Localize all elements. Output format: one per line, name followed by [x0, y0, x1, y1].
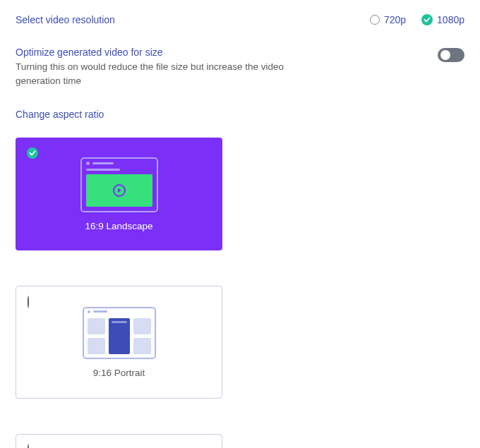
resolution-option-1080p[interactable]: 1080p — [421, 14, 464, 25]
resolution-option-720p[interactable]: 720p — [370, 14, 406, 25]
radio-unchecked-icon — [370, 15, 380, 25]
portrait-illustration — [83, 307, 156, 359]
resolution-option-label: 720p — [384, 14, 406, 25]
card-unselected-indicator — [28, 444, 29, 448]
aspect-card-portrait[interactable]: 9:16 Portrait — [16, 286, 222, 399]
aspect-card-square[interactable]: 1:1 Square — [16, 434, 222, 448]
landscape-illustration — [80, 157, 158, 212]
check-icon — [27, 147, 38, 159]
optimize-toggle[interactable] — [438, 48, 464, 62]
aspect-ratio-label: Change aspect ratio — [16, 109, 464, 120]
aspect-card-label: 16:9 Landscape — [85, 221, 152, 231]
resolution-options: 720p 1080p — [370, 14, 464, 25]
aspect-ratio-cards: 16:9 Landscape 9:16 Portrait 1:1 Squa — [16, 138, 464, 448]
card-selected-indicator — [27, 147, 38, 159]
radio-unchecked-icon — [28, 296, 29, 308]
play-icon — [113, 184, 126, 197]
resolution-row: Select video resolution 720p 1080p — [16, 14, 464, 25]
optimize-text: Optimize generated video for size Turnin… — [16, 47, 312, 87]
aspect-card-label: 9:16 Portrait — [93, 368, 145, 378]
optimize-row: Optimize generated video for size Turnin… — [16, 47, 464, 87]
radio-checked-icon — [421, 14, 433, 25]
radio-unchecked-icon — [28, 444, 29, 448]
toggle-knob — [440, 50, 450, 60]
resolution-option-label: 1080p — [437, 14, 464, 25]
resolution-label: Select video resolution — [16, 14, 115, 25]
optimize-description: Turning this on would reduce the file si… — [16, 60, 312, 87]
optimize-label: Optimize generated video for size — [16, 47, 312, 58]
aspect-card-landscape[interactable]: 16:9 Landscape — [16, 138, 222, 250]
card-unselected-indicator — [28, 296, 29, 308]
